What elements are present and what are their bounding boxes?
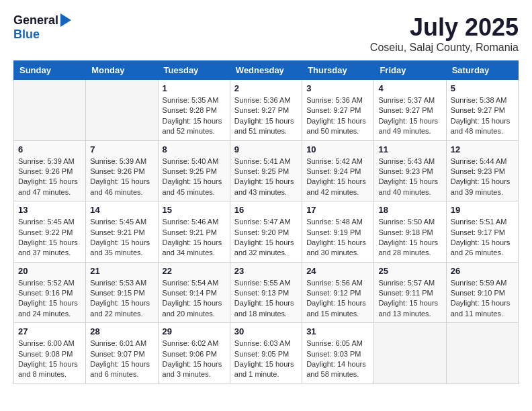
day-cell xyxy=(86,80,158,141)
day-info: Sunrise: 5:42 AMSunset: 9:24 PMDaylight:… xyxy=(306,156,369,198)
day-number: 27 xyxy=(18,326,81,336)
day-info: Sunrise: 5:38 AMSunset: 9:27 PMDaylight:… xyxy=(451,95,514,137)
day-cell: 6Sunrise: 5:39 AMSunset: 9:26 PMDaylight… xyxy=(14,140,86,201)
day-info: Sunrise: 5:39 AMSunset: 9:26 PMDaylight:… xyxy=(18,156,81,198)
day-cell: 13Sunrise: 5:45 AMSunset: 9:22 PMDayligh… xyxy=(14,201,86,263)
day-number: 10 xyxy=(306,144,369,154)
day-info: Sunrise: 6:03 AMSunset: 9:05 PMDaylight:… xyxy=(234,338,298,380)
day-number: 25 xyxy=(378,266,441,276)
weekday-wednesday: Wednesday xyxy=(230,61,302,80)
day-cell: 3Sunrise: 5:36 AMSunset: 9:27 PMDaylight… xyxy=(302,80,374,141)
weekday-thursday: Thursday xyxy=(302,61,374,80)
day-number: 6 xyxy=(18,144,81,154)
day-info: Sunrise: 5:45 AMSunset: 9:22 PMDaylight:… xyxy=(18,217,81,259)
day-cell: 12Sunrise: 5:44 AMSunset: 9:23 PMDayligh… xyxy=(446,140,518,201)
day-cell: 14Sunrise: 5:45 AMSunset: 9:21 PMDayligh… xyxy=(86,201,158,263)
day-info: Sunrise: 5:59 AMSunset: 9:10 PMDaylight:… xyxy=(451,278,514,320)
day-info: Sunrise: 5:39 AMSunset: 9:26 PMDaylight:… xyxy=(90,156,153,198)
logo: General Blue xyxy=(13,13,71,42)
day-number: 30 xyxy=(234,326,298,336)
day-info: Sunrise: 5:41 AMSunset: 9:25 PMDaylight:… xyxy=(234,156,298,198)
day-cell: 18Sunrise: 5:50 AMSunset: 9:18 PMDayligh… xyxy=(374,201,446,263)
day-number: 22 xyxy=(163,266,226,276)
day-cell xyxy=(14,80,86,141)
day-number: 9 xyxy=(234,144,298,154)
weekday-friday: Friday xyxy=(374,61,446,80)
day-info: Sunrise: 5:55 AMSunset: 9:13 PMDaylight:… xyxy=(234,278,298,320)
calendar-body: 1Sunrise: 5:35 AMSunset: 9:28 PMDaylight… xyxy=(14,80,519,384)
month-title: July 2025 xyxy=(370,13,519,42)
page-header: General Blue July 2025 Coseiu, Salaj Cou… xyxy=(13,13,519,54)
day-info: Sunrise: 5:56 AMSunset: 9:12 PMDaylight:… xyxy=(306,278,369,320)
day-cell: 2Sunrise: 5:36 AMSunset: 9:27 PMDaylight… xyxy=(230,80,302,141)
day-number: 16 xyxy=(234,205,298,215)
day-number: 17 xyxy=(306,205,369,215)
logo-general: General xyxy=(13,13,58,28)
day-cell xyxy=(374,323,446,384)
logo-blue: Blue xyxy=(13,28,40,42)
day-cell: 27Sunrise: 6:00 AMSunset: 9:08 PMDayligh… xyxy=(14,323,86,384)
day-cell: 7Sunrise: 5:39 AMSunset: 9:26 PMDaylight… xyxy=(86,140,158,201)
weekday-monday: Monday xyxy=(86,61,158,80)
day-number: 24 xyxy=(306,266,369,276)
day-cell: 25Sunrise: 5:57 AMSunset: 9:11 PMDayligh… xyxy=(374,262,446,323)
day-number: 28 xyxy=(90,326,153,336)
day-cell: 24Sunrise: 5:56 AMSunset: 9:12 PMDayligh… xyxy=(302,262,374,323)
day-number: 18 xyxy=(378,205,441,215)
day-number: 26 xyxy=(451,266,514,276)
day-number: 8 xyxy=(163,144,226,154)
day-cell: 1Sunrise: 5:35 AMSunset: 9:28 PMDaylight… xyxy=(158,80,230,141)
day-cell: 17Sunrise: 5:48 AMSunset: 9:19 PMDayligh… xyxy=(302,201,374,263)
day-number: 11 xyxy=(378,144,441,154)
day-cell: 8Sunrise: 5:40 AMSunset: 9:25 PMDaylight… xyxy=(158,140,230,201)
day-number: 12 xyxy=(451,144,514,154)
day-cell: 29Sunrise: 6:02 AMSunset: 9:06 PMDayligh… xyxy=(158,323,230,384)
day-number: 14 xyxy=(90,205,153,215)
day-cell: 5Sunrise: 5:38 AMSunset: 9:27 PMDaylight… xyxy=(446,80,518,141)
day-info: Sunrise: 5:37 AMSunset: 9:27 PMDaylight:… xyxy=(378,95,441,137)
day-info: Sunrise: 5:50 AMSunset: 9:18 PMDaylight:… xyxy=(378,217,441,259)
day-info: Sunrise: 5:48 AMSunset: 9:19 PMDaylight:… xyxy=(306,217,369,259)
day-number: 4 xyxy=(378,83,441,93)
week-row-3: 13Sunrise: 5:45 AMSunset: 9:22 PMDayligh… xyxy=(14,201,519,263)
day-number: 7 xyxy=(90,144,153,154)
day-info: Sunrise: 5:36 AMSunset: 9:27 PMDaylight:… xyxy=(234,95,298,137)
day-info: Sunrise: 5:43 AMSunset: 9:23 PMDaylight:… xyxy=(378,156,441,198)
day-number: 20 xyxy=(18,266,81,276)
weekday-header-row: SundayMondayTuesdayWednesdayThursdayFrid… xyxy=(14,61,519,80)
day-info: Sunrise: 6:00 AMSunset: 9:08 PMDaylight:… xyxy=(18,338,81,380)
day-info: Sunrise: 5:54 AMSunset: 9:14 PMDaylight:… xyxy=(163,278,226,320)
day-info: Sunrise: 5:46 AMSunset: 9:21 PMDaylight:… xyxy=(163,217,226,259)
day-number: 21 xyxy=(90,266,153,276)
day-number: 2 xyxy=(234,83,298,93)
day-info: Sunrise: 5:35 AMSunset: 9:28 PMDaylight:… xyxy=(163,95,226,137)
week-row-1: 1Sunrise: 5:35 AMSunset: 9:28 PMDaylight… xyxy=(14,80,519,141)
day-info: Sunrise: 6:05 AMSunset: 9:03 PMDaylight:… xyxy=(306,338,369,380)
day-info: Sunrise: 6:02 AMSunset: 9:06 PMDaylight:… xyxy=(163,338,226,380)
logo-arrow-icon xyxy=(60,13,71,27)
day-cell: 26Sunrise: 5:59 AMSunset: 9:10 PMDayligh… xyxy=(446,262,518,323)
day-number: 5 xyxy=(451,83,514,93)
title-block: July 2025 Coseiu, Salaj County, Romania xyxy=(370,13,519,54)
day-info: Sunrise: 5:47 AMSunset: 9:20 PMDaylight:… xyxy=(234,217,298,259)
day-cell: 30Sunrise: 6:03 AMSunset: 9:05 PMDayligh… xyxy=(230,323,302,384)
day-info: Sunrise: 5:53 AMSunset: 9:15 PMDaylight:… xyxy=(90,278,153,320)
day-info: Sunrise: 5:44 AMSunset: 9:23 PMDaylight:… xyxy=(451,156,514,198)
day-number: 1 xyxy=(163,83,226,93)
weekday-tuesday: Tuesday xyxy=(158,61,230,80)
week-row-4: 20Sunrise: 5:52 AMSunset: 9:16 PMDayligh… xyxy=(14,262,519,323)
day-cell: 9Sunrise: 5:41 AMSunset: 9:25 PMDaylight… xyxy=(230,140,302,201)
day-cell: 28Sunrise: 6:01 AMSunset: 9:07 PMDayligh… xyxy=(86,323,158,384)
calendar-table: SundayMondayTuesdayWednesdayThursdayFrid… xyxy=(13,60,519,384)
day-cell: 21Sunrise: 5:53 AMSunset: 9:15 PMDayligh… xyxy=(86,262,158,323)
week-row-2: 6Sunrise: 5:39 AMSunset: 9:26 PMDaylight… xyxy=(14,140,519,201)
day-cell: 4Sunrise: 5:37 AMSunset: 9:27 PMDaylight… xyxy=(374,80,446,141)
day-cell: 11Sunrise: 5:43 AMSunset: 9:23 PMDayligh… xyxy=(374,140,446,201)
day-info: Sunrise: 6:01 AMSunset: 9:07 PMDaylight:… xyxy=(90,338,153,380)
day-cell: 20Sunrise: 5:52 AMSunset: 9:16 PMDayligh… xyxy=(14,262,86,323)
day-number: 31 xyxy=(306,326,369,336)
day-info: Sunrise: 5:51 AMSunset: 9:17 PMDaylight:… xyxy=(451,217,514,259)
day-number: 19 xyxy=(451,205,514,215)
day-cell: 31Sunrise: 6:05 AMSunset: 9:03 PMDayligh… xyxy=(302,323,374,384)
week-row-5: 27Sunrise: 6:00 AMSunset: 9:08 PMDayligh… xyxy=(14,323,519,384)
